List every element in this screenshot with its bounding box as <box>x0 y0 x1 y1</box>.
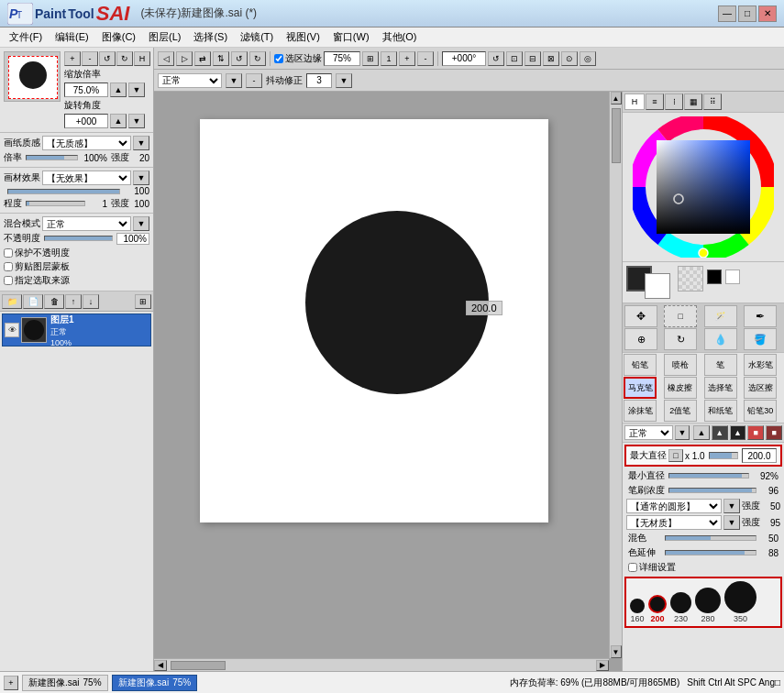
paper-texture-select[interactable]: 【无质感】 <box>42 136 131 150</box>
material-effect-open[interactable]: ▼ <box>133 170 149 185</box>
bg-color[interactable] <box>645 273 670 299</box>
tool-select-pen[interactable]: 选择笔 <box>704 377 737 399</box>
extra-btn3[interactable]: ◎ <box>580 51 596 66</box>
status-tab-1[interactable]: 新建图像.sai 75% <box>22 675 108 691</box>
scroll-left-btn[interactable]: ◀ <box>154 660 167 671</box>
brush-shape-open[interactable]: ▼ <box>723 499 740 513</box>
scrollbar-vertical[interactable]: ▲ ▼ <box>609 92 622 658</box>
nav-rotate-ccw[interactable]: ↺ <box>99 51 116 66</box>
brush-style-1[interactable]: ▲ <box>693 425 710 440</box>
opacity-slider[interactable] <box>44 236 113 241</box>
canvas-blend-open[interactable]: ▼ <box>226 73 242 88</box>
zoom-input[interactable] <box>64 82 108 97</box>
color-mode-h[interactable]: H <box>624 94 645 110</box>
tool-magic-wand[interactable]: 🪄 <box>704 305 737 327</box>
selection-source-check[interactable]: 指定选取来源 <box>4 274 149 287</box>
tool-marker[interactable]: 马克笔 <box>624 377 657 399</box>
tool-watercolor[interactable]: 水彩笔 <box>744 354 777 376</box>
tool-pen-nib[interactable]: ✒ <box>744 305 777 327</box>
color-mode-strip-h[interactable]: ≡ <box>646 94 664 110</box>
menu-window[interactable]: 窗口(W) <box>327 28 375 46</box>
blend-mode-open[interactable]: ▼ <box>133 216 149 231</box>
extra-btn2[interactable]: ⊙ <box>561 51 578 66</box>
selection-edge-check[interactable]: 选区边缘 <box>274 52 322 65</box>
clip-layer-mask-check[interactable]: 剪贴图层蒙板 <box>4 260 149 273</box>
tool-fill[interactable]: 🪣 <box>744 328 777 350</box>
material-degree-slider[interactable] <box>26 201 85 206</box>
tool-rotate[interactable]: ↻ <box>664 328 697 350</box>
status-tab-2[interactable]: 新建图像.sai 75% <box>112 675 198 691</box>
tool-pencil30[interactable]: 铅笔30 <box>744 400 777 422</box>
max-diameter-lock[interactable]: □ <box>668 449 683 462</box>
tool-eraser[interactable]: 橡皮擦 <box>664 377 697 399</box>
minimize-btn[interactable]: — <box>718 6 736 22</box>
paper-rate-slider[interactable] <box>26 155 78 160</box>
layer-up-btn[interactable]: ↑ <box>65 294 82 309</box>
zoom-fit-btn[interactable]: ⊞ <box>362 51 379 66</box>
rotate-ccw-btn[interactable]: ↺ <box>231 51 248 66</box>
menu-view[interactable]: 视图(V) <box>281 28 326 46</box>
layer-down-btn[interactable]: ↓ <box>83 294 99 309</box>
protect-opacity-check[interactable]: 保护不透明度 <box>4 247 149 259</box>
color-white[interactable] <box>725 270 740 284</box>
angle-down[interactable]: ▼ <box>128 114 145 128</box>
tool-washi[interactable]: 和纸笔 <box>704 400 737 422</box>
color-picker-container[interactable] <box>633 116 774 258</box>
brush-mode-select[interactable]: 正常 <box>624 425 673 440</box>
zoom-up[interactable]: ▲ <box>110 82 127 97</box>
brush-style-2[interactable]: ▲ <box>712 425 728 440</box>
layer-visibility-toggle[interactable]: 👁 <box>5 323 19 337</box>
tool-pencil[interactable]: 铅笔 <box>624 354 657 376</box>
paper-texture-open[interactable]: ▼ <box>133 136 149 150</box>
menu-file[interactable]: 文件(F) <box>4 28 48 46</box>
menu-other[interactable]: 其他(O) <box>377 28 423 46</box>
brush-size-280[interactable]: 280 <box>695 588 721 623</box>
angle-reset-btn[interactable]: ↺ <box>488 51 504 66</box>
zoom-actual-btn[interactable]: 1 <box>381 51 397 66</box>
max-diameter-slider[interactable] <box>709 452 738 459</box>
zoom-minus-btn[interactable]: - <box>417 51 434 66</box>
layer-item[interactable]: 👁 图层1 正常 100% <box>2 314 151 346</box>
redo-btn[interactable]: ▷ <box>176 51 193 66</box>
color-stretch-slider[interactable] <box>665 550 756 556</box>
nav-reset[interactable]: H <box>134 51 150 66</box>
flip-h-btn[interactable]: ⇄ <box>194 51 211 66</box>
tool-pen[interactable]: 笔 <box>704 354 737 376</box>
tool-airbrush[interactable]: 喷枪 <box>664 354 697 376</box>
new-folder-btn[interactable]: 📁 <box>2 294 22 309</box>
material-strength-slider[interactable] <box>7 189 120 194</box>
close-btn[interactable]: ✕ <box>758 6 777 22</box>
brush-material-open[interactable]: ▼ <box>723 515 740 530</box>
color-mode-strip-v[interactable]: ⁞ <box>665 94 683 110</box>
scrollbar-horizontal[interactable]: ◀ ▶ <box>154 658 609 671</box>
color-mode-dots[interactable]: ⠿ <box>703 94 722 110</box>
brush-mode-open[interactable]: ▼ <box>675 425 690 440</box>
scroll-thumb-v[interactable] <box>612 108 621 163</box>
menu-select[interactable]: 选择(S) <box>188 28 233 46</box>
brush-size-160[interactable]: 160 <box>630 599 645 623</box>
brush-size-200[interactable]: 200 <box>648 595 667 623</box>
scroll-up-btn[interactable]: ▲ <box>611 92 622 104</box>
tool-move[interactable]: ✥ <box>624 305 657 327</box>
maximize-btn[interactable]: □ <box>738 6 756 22</box>
material-effect-select[interactable]: 【无效果】 <box>42 170 131 185</box>
tool-select-rect[interactable]: □ <box>664 305 697 327</box>
delete-layer-btn[interactable]: 🗑 <box>44 294 64 309</box>
tool-2value[interactable]: 2值笔 <box>664 400 697 422</box>
canvas-blend-mode[interactable]: 正常 <box>158 73 222 88</box>
color-mode-box[interactable]: ▦ <box>684 94 702 110</box>
detail-settings-check[interactable]: 详细设置 <box>628 561 778 574</box>
rotate-cw-btn[interactable]: ↻ <box>249 51 266 66</box>
zoom-value-input[interactable] <box>324 51 360 66</box>
new-layer-btn[interactable]: 📄 <box>23 294 43 309</box>
flip-v-btn[interactable]: ⇅ <box>213 51 229 66</box>
scroll-down-btn[interactable]: ▼ <box>611 645 622 658</box>
nav-zoom-out[interactable]: - <box>82 51 98 66</box>
extra-btn1[interactable]: ⊠ <box>543 51 559 66</box>
new-file-btn[interactable]: + <box>4 676 18 690</box>
zoom-down[interactable]: ▼ <box>128 82 145 97</box>
canvas-container[interactable]: 200.0 ▲ ▼ ◀ ▶ <box>154 92 622 671</box>
brush-density-slider[interactable] <box>668 488 756 493</box>
brush-style-4[interactable]: ■ <box>747 425 764 440</box>
stabilizer-open[interactable]: ▼ <box>336 73 352 88</box>
